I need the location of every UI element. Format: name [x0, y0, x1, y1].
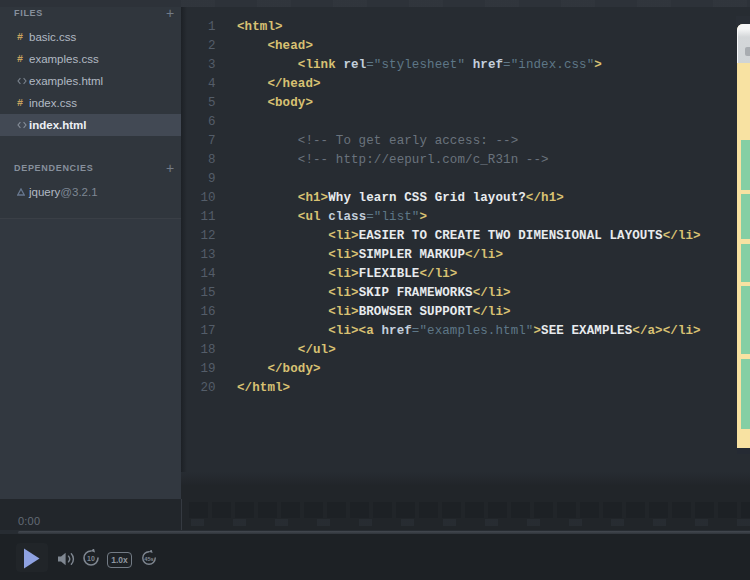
svg-text:45s: 45s [144, 556, 153, 562]
svg-text:10: 10 [87, 555, 95, 562]
